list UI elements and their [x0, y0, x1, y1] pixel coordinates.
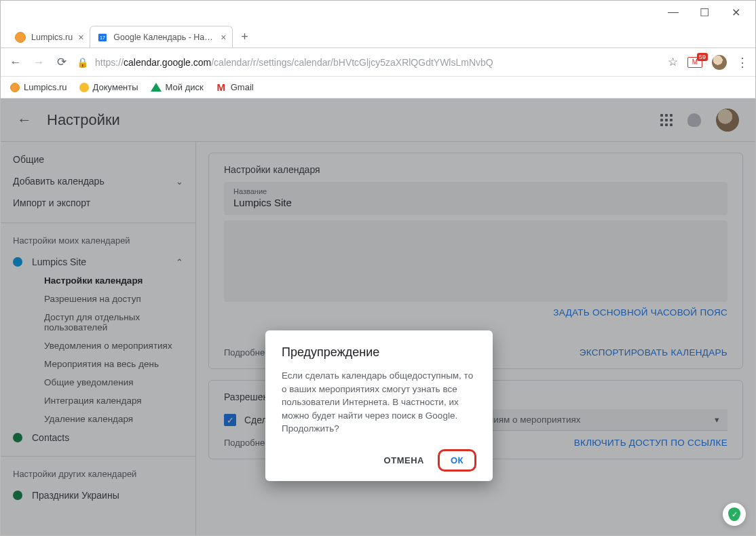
dialog-title: Предупреждение [282, 345, 476, 360]
window-minimize-button[interactable]: — [666, 6, 681, 18]
dialog-ok-button[interactable]: ОК [438, 449, 476, 472]
bookmark-drive[interactable]: Мой диск [151, 82, 204, 93]
gmail-unread-badge: 59 [697, 53, 708, 61]
drive-icon [151, 82, 162, 93]
bookmark-label: Gmail [231, 82, 254, 92]
tab-title: Lumpics.ru [31, 33, 73, 42]
new-tab-button[interactable]: + [235, 27, 254, 46]
address-bar: ← → ⟳ 🔒 https://calendar.google.com/cale… [1, 48, 755, 77]
url-path: /calendar/r/settings/calendar/bHVtcGljcy… [211, 57, 493, 68]
nav-reload-button[interactable]: ⟳ [54, 55, 70, 69]
dialog-body: Если сделать календарь общедоступным, то… [282, 369, 476, 436]
browser-tab-lumpics[interactable]: Lumpics.ru × [7, 26, 90, 47]
orange-dot-icon [10, 83, 20, 92]
tab-close-button[interactable]: × [221, 32, 226, 43]
gmail-extension-icon[interactable]: M 59 [687, 57, 702, 68]
browser-tabstrip: Lumpics.ru × 17 Google Календарь - Настр… [1, 24, 755, 48]
bookmark-documents[interactable]: Документы [79, 82, 138, 92]
url-scheme: https:// [95, 57, 124, 68]
nav-back-button[interactable]: ← [7, 56, 24, 69]
warning-dialog: Предупреждение Если сделать календарь об… [265, 330, 493, 481]
security-extension-icon[interactable]: ✓ [723, 503, 746, 526]
tab-close-button[interactable]: × [78, 32, 83, 43]
bookmark-label: Документы [93, 82, 138, 92]
url-text[interactable]: https://calendar.google.com/calendar/r/s… [95, 57, 493, 68]
lock-icon[interactable]: 🔒 [77, 57, 88, 68]
bookmark-label: Lumpics.ru [24, 82, 67, 92]
browser-tab-calendar[interactable]: 17 Google Календарь - Настройки × [90, 26, 232, 47]
svg-text:17: 17 [100, 35, 105, 41]
window-close-button[interactable]: ✕ [728, 6, 743, 19]
bookmark-gmail[interactable]: MGmail [216, 82, 254, 93]
window-controls: — ☐ ✕ [1, 1, 755, 24]
bookmark-lumpics[interactable]: Lumpics.ru [10, 82, 67, 92]
shield-icon: ✓ [728, 508, 740, 521]
gmail-icon: M [216, 82, 227, 93]
yellow-dot-icon [79, 83, 89, 92]
bookmarks-bar: Lumpics.ru Документы Мой диск MGmail [1, 77, 755, 98]
browser-menu-button[interactable]: ⋮ [736, 55, 749, 70]
profile-avatar-small[interactable] [712, 55, 727, 70]
url-host: calendar.google.com [124, 57, 211, 68]
nav-forward-button[interactable]: → [31, 56, 47, 69]
window-maximize-button[interactable]: ☐ [697, 6, 712, 19]
bookmark-label: Мой диск [166, 82, 204, 92]
favicon-orange-icon [15, 32, 26, 43]
tab-title: Google Календарь - Настройки [113, 33, 215, 42]
bookmark-star-icon[interactable]: ☆ [668, 55, 678, 69]
dialog-cancel-button[interactable]: ОТМЕНА [375, 450, 434, 471]
favicon-calendar-icon: 17 [97, 32, 108, 43]
